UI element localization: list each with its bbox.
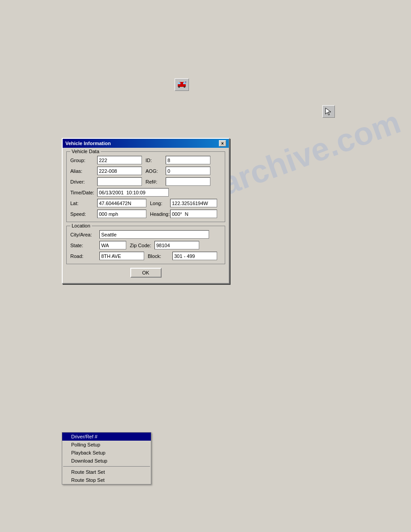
speed-heading-row: Speed: Heading: [70,210,221,218]
dialog-body: Vehicle Data Group: ID: Alias: AOG: Driv… [63,148,229,283]
id-input[interactable] [166,156,210,164]
long-label: Long: [150,201,170,206]
svg-rect-3 [178,82,180,84]
alias-label: Alias: [70,168,97,174]
aog-input[interactable] [166,167,210,175]
state-input[interactable] [99,241,126,249]
alias-aog-row: Alias: AOG: [70,167,221,175]
timedate-label: Time/Date: [70,190,97,195]
location-group: Location City/Area: State: Zip Code: Roa… [66,226,225,264]
id-label: ID: [146,158,166,163]
long-input[interactable] [170,199,217,207]
zip-input[interactable] [154,241,199,249]
menu-item-polling-setup[interactable]: Polling Setup [62,441,151,449]
heading-label: Heading: [150,211,170,217]
group-id-row: Group: ID: [70,156,221,164]
city-row: City/Area: [70,230,221,239]
menu-item-playback-setup[interactable]: Playback Setup [62,449,151,457]
group-input[interactable] [97,156,142,164]
lat-input[interactable] [97,199,146,207]
menu-item-driver-ref[interactable]: Driver/Ref # [62,433,151,441]
vehicle-information-dialog: Vehicle Information × Vehicle Data Group… [62,138,230,284]
svg-marker-8 [325,108,331,115]
road-block-row: Road: Block: [70,252,221,260]
block-label: Block: [148,253,172,259]
driver-ref-row: Driver: Ref#: [70,177,221,186]
block-input[interactable] [172,252,217,260]
zip-label: Zip Code: [130,243,154,248]
aog-label: AOG: [146,168,166,174]
location-group-label: Location [70,223,92,228]
ref-label: Ref#: [146,179,166,184]
driver-label: Driver: [70,179,97,184]
road-label: Road: [70,253,99,259]
dialog-title: Vehicle Information [65,141,111,146]
menu-separator [63,466,150,467]
timedate-input[interactable] [97,188,169,197]
context-menu: Driver/Ref # Polling Setup Playback Setu… [62,432,151,485]
svg-point-5 [178,86,180,88]
driver-input[interactable] [97,177,142,186]
cursor-icon-button[interactable] [322,105,335,118]
svg-point-6 [184,86,185,88]
lat-label: Lat: [70,201,97,206]
dialog-close-button[interactable]: × [219,140,226,146]
ok-button[interactable]: OK [130,268,162,278]
ref-input[interactable] [166,177,210,186]
group-label: Group: [70,158,97,163]
lat-long-row: Lat: Long: [70,199,221,207]
menu-item-route-start[interactable]: Route Start Set [62,468,151,476]
state-zip-row: State: Zip Code: [70,241,221,249]
city-label: City/Area: [70,232,99,237]
cursor-icon [325,107,333,116]
road-input[interactable] [99,252,144,260]
vehicle-data-group: Vehicle Data Group: ID: Alias: AOG: Driv… [66,151,225,222]
vehicle-data-group-label: Vehicle Data [70,149,101,154]
menu-item-download-setup[interactable]: Download Setup [62,457,151,465]
svg-text:?: ? [185,81,186,84]
car-icon: ? [177,81,187,88]
timedate-row: Time/Date: [70,188,221,197]
state-label: State: [70,243,99,248]
city-input[interactable] [99,230,209,239]
speed-input[interactable] [97,210,146,218]
speed-label: Speed: [70,211,97,217]
vehicle-icon-button[interactable]: ? [175,78,189,91]
menu-item-route-stop[interactable]: Route Stop Set [62,476,151,484]
alias-input[interactable] [97,167,142,175]
dialog-titlebar: Vehicle Information × [63,139,229,148]
heading-input[interactable] [170,210,217,218]
